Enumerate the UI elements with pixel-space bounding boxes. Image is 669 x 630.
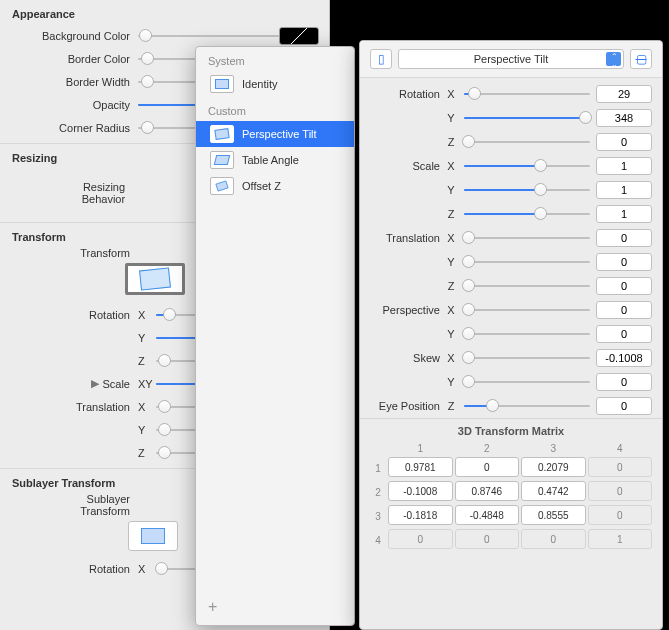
corner-radius-label: Corner Radius	[0, 122, 138, 134]
r-trans-x-input[interactable]	[596, 229, 652, 247]
matrix-row-4: 4	[370, 529, 386, 551]
r-rot-x-axis: X	[444, 88, 458, 100]
preset-item-table-angle[interactable]: Table Angle	[196, 147, 354, 173]
r-scale-z-input[interactable]	[596, 205, 652, 223]
matrix-cell-3-3[interactable]: 0.8555	[521, 505, 586, 525]
matrix-col-2: 2	[455, 441, 520, 455]
chevron-updown-icon: ⌃⌄	[611, 53, 618, 69]
r-trans-x-slider[interactable]	[464, 229, 590, 247]
r-trans-x-axis: X	[444, 232, 458, 244]
preset-label: Offset Z	[242, 180, 281, 192]
matrix-cell-2-2[interactable]: 0.8746	[455, 481, 520, 501]
background-color-label: Background Color	[0, 30, 138, 42]
reset-button[interactable]: ▢	[630, 49, 652, 69]
r-trans-y-input[interactable]	[596, 253, 652, 271]
rotation-x-axis: X	[138, 309, 150, 321]
appearance-header: Appearance	[0, 4, 329, 24]
matrix-cell-3-1[interactable]: -0.1818	[388, 505, 453, 525]
border-width-label: Border Width	[0, 76, 138, 88]
matrix-cell-3-2[interactable]: -0.4848	[455, 505, 520, 525]
r-rot-x-input[interactable]	[596, 85, 652, 103]
preset-select-label: Perspective Tilt	[474, 53, 549, 65]
r-scale-z-slider[interactable]	[464, 205, 590, 223]
translation-label: Translation	[0, 401, 138, 413]
r-eyepos-z-slider[interactable]	[464, 397, 590, 415]
matrix-cell-2-3[interactable]: 0.4742	[521, 481, 586, 501]
r-rotation-label: Rotation	[360, 88, 444, 100]
matrix-cell-1-3[interactable]: 0.2079	[521, 457, 586, 477]
matrix-row-2: 2	[370, 481, 386, 503]
r-skew-x-input[interactable]	[596, 349, 652, 367]
r-scale-x-axis: X	[444, 160, 458, 172]
matrix-title: 3D Transform Matrix	[370, 425, 652, 437]
matrix-cell-1-1[interactable]: 0.9781	[388, 457, 453, 477]
background-color-swatch[interactable]	[279, 27, 319, 45]
matrix-cell-1-2[interactable]: 0	[455, 457, 520, 477]
table-angle-icon	[210, 151, 234, 169]
transform-preset-select[interactable]: Perspective Tilt ⌃⌄	[398, 49, 624, 69]
sub-rotation-x-axis: X	[138, 563, 150, 575]
r-skew-y-axis: Y	[444, 376, 458, 388]
scale-disclosure-icon[interactable]: ▶	[90, 377, 100, 390]
r-rot-z-axis: Z	[444, 136, 458, 148]
r-scale-label: Scale	[360, 160, 444, 172]
matrix-row-3: 3	[370, 505, 386, 527]
r-rot-z-input[interactable]	[596, 133, 652, 151]
transform-preset-popover: System Identity Custom Perspective Tilt …	[195, 46, 355, 626]
r-persp-y-axis: Y	[444, 328, 458, 340]
layout-mode-icon: ▯	[378, 52, 385, 66]
r-rot-y-input[interactable]	[596, 109, 652, 127]
matrix-col-1: 1	[388, 441, 453, 455]
r-rot-y-axis: Y	[444, 112, 458, 124]
r-scale-y-axis: Y	[444, 184, 458, 196]
opacity-label: Opacity	[0, 99, 138, 111]
r-skew-x-slider[interactable]	[464, 349, 590, 367]
matrix-row-1: 1	[370, 457, 386, 479]
r-persp-y-slider[interactable]	[464, 325, 590, 343]
r-scale-y-slider[interactable]	[464, 181, 590, 199]
r-trans-z-slider[interactable]	[464, 277, 590, 295]
r-skew-x-axis: X	[444, 352, 458, 364]
transform-well[interactable]	[125, 263, 185, 295]
r-scale-y-input[interactable]	[596, 181, 652, 199]
matrix-col-3: 3	[521, 441, 586, 455]
r-skew-y-slider[interactable]	[464, 373, 590, 391]
r-persp-x-input[interactable]	[596, 301, 652, 319]
r-trans-z-axis: Z	[444, 280, 458, 292]
transform-preview-icon	[139, 267, 171, 290]
r-scale-x-slider[interactable]	[464, 157, 590, 175]
matrix-cell-2-1[interactable]: -0.1008	[388, 481, 453, 501]
background-color-slider[interactable]	[138, 27, 279, 45]
r-scale-z-axis: Z	[444, 208, 458, 220]
sub-rotation-label: Rotation	[0, 563, 138, 575]
transform-label: Transform	[0, 247, 138, 259]
transform-editor-panel: ▯ Perspective Tilt ⌃⌄ ▢ Rotation X Y Z S…	[359, 40, 663, 630]
preset-item-perspective-tilt[interactable]: Perspective Tilt	[196, 121, 354, 147]
layout-mode-button[interactable]: ▯	[370, 49, 392, 69]
r-trans-z-input[interactable]	[596, 277, 652, 295]
r-rot-y-slider[interactable]	[464, 109, 590, 127]
resizing-behavior-label: Resizing Behavior	[0, 181, 133, 205]
r-perspective-label: Perspective	[360, 304, 444, 316]
preset-add-button[interactable]: +	[208, 599, 217, 615]
reset-icon: ▢	[636, 52, 647, 66]
matrix-cell-1-4: 0	[588, 457, 653, 477]
r-rot-z-slider[interactable]	[464, 133, 590, 151]
r-rot-x-slider[interactable]	[464, 85, 590, 103]
r-persp-y-input[interactable]	[596, 325, 652, 343]
sublayer-transform-icon	[141, 528, 165, 544]
translation-z-axis: Z	[138, 447, 150, 459]
sublayer-transform-well[interactable]	[128, 521, 178, 551]
matrix-col-4: 4	[588, 441, 653, 455]
scale-label: Scale	[102, 378, 130, 390]
r-trans-y-slider[interactable]	[464, 253, 590, 271]
r-scale-x-input[interactable]	[596, 157, 652, 175]
r-persp-x-slider[interactable]	[464, 301, 590, 319]
preset-label: Identity	[242, 78, 277, 90]
preset-label: Table Angle	[242, 154, 299, 166]
r-eyepos-z-input[interactable]	[596, 397, 652, 415]
matrix-cell-2-4: 0	[588, 481, 653, 501]
preset-item-offset-z[interactable]: Offset Z	[196, 173, 354, 199]
preset-item-identity[interactable]: Identity	[196, 71, 354, 97]
r-skew-y-input[interactable]	[596, 373, 652, 391]
